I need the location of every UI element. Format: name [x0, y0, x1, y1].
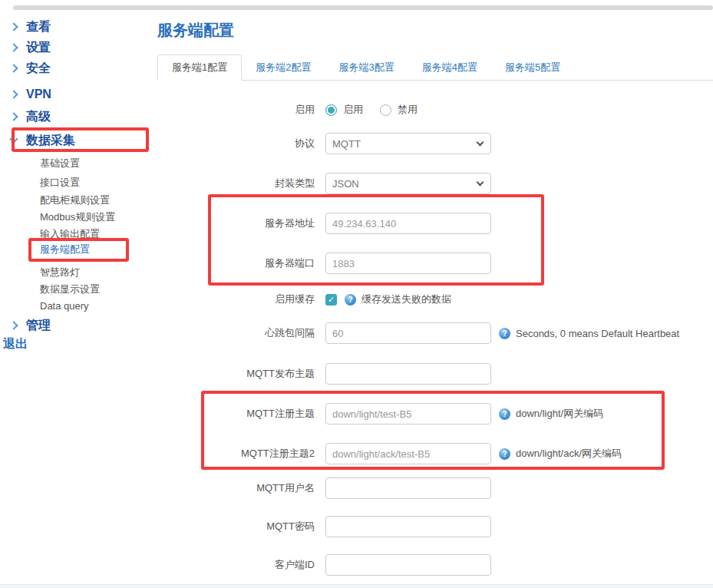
protocol-select[interactable]: MQTT	[325, 133, 491, 154]
sidebar-item-label: Modbus规则设置	[40, 210, 115, 224]
sidebar-item-label: 基础设置	[40, 157, 80, 170]
sidebar-item-view[interactable]: 查看	[11, 18, 51, 35]
sidebar-item-management[interactable]: 管理	[11, 317, 51, 334]
cache-checkbox[interactable]: ✓	[325, 294, 337, 306]
sidebar-item-interface-settings[interactable]: 接口设置	[40, 174, 80, 191]
tab-server3-config[interactable]: 服务端3配置	[325, 55, 408, 80]
form-row-publish-topic: MQTT发布主题	[157, 363, 491, 385]
sidebar-item-advanced[interactable]: 高级	[11, 108, 51, 125]
form-row-protocol: 协议 MQTT	[157, 133, 491, 154]
field-label: MQTT注册主题	[157, 407, 315, 421]
chevron-right-icon	[9, 43, 18, 51]
sidebar-item-vpn[interactable]: VPN	[11, 86, 51, 103]
page-title: 服务端配置	[157, 20, 234, 41]
sidebar-item-label: 设置	[26, 40, 51, 56]
enable-radio-group: 启用 禁用	[325, 103, 434, 117]
bottom-strip	[0, 584, 713, 588]
form-row-heartbeat: 心跳包间隔 ? Seconds, 0 means Default Heartbe…	[157, 322, 679, 344]
chevron-down-icon	[9, 134, 18, 143]
sidebar-item-logout[interactable]: 退出	[3, 335, 28, 352]
sidebar-item-label: 高级	[26, 109, 51, 125]
sidebar-item-data-collection[interactable]: 数据采集	[11, 132, 75, 149]
help-icon[interactable]: ?	[499, 408, 510, 420]
protocol-select-value: MQTT	[332, 138, 361, 150]
tab-server1-config[interactable]: 服务端1配置	[157, 55, 242, 81]
register-topic-help: ? down/light/网关编码	[499, 407, 603, 421]
help-icon[interactable]: ?	[499, 448, 510, 460]
radio-enable-on[interactable]	[325, 104, 337, 116]
server-port-input[interactable]	[325, 253, 491, 274]
form-row-password: MQTT密码	[157, 516, 491, 537]
sidebar-item-modbus-rules[interactable]: Modbus规则设置	[40, 209, 115, 226]
sidebar-item-data-query[interactable]: Data query	[40, 297, 89, 314]
field-label: MQTT密码	[157, 520, 315, 533]
tab-server4-config[interactable]: 服务端4配置	[408, 55, 491, 80]
mqtt-username-input[interactable]	[325, 477, 491, 499]
sidebar-item-io-config[interactable]: 输入输出配置	[40, 226, 100, 243]
radio-enable-off[interactable]	[380, 104, 391, 116]
form-row-encapsulation: 封装类型 JSON	[157, 173, 491, 194]
chevron-right-icon	[9, 112, 18, 121]
server-address-input[interactable]	[325, 213, 491, 234]
sidebar-item-settings[interactable]: 设置	[11, 39, 51, 56]
sidebar-item-label: 管理	[26, 318, 51, 334]
field-label: 心跳包间隔	[157, 326, 315, 340]
sidebar-item-smart-streetlight[interactable]: 智慧路灯	[40, 264, 80, 281]
sidebar-item-label: Data query	[40, 300, 89, 312]
check-icon: ✓	[328, 295, 335, 305]
register-topic-input[interactable]	[325, 403, 491, 424]
radio-label-enable: 启用	[343, 103, 363, 117]
client-id-input[interactable]	[325, 554, 491, 576]
field-label: 服务器端口	[157, 256, 315, 270]
chevron-right-icon	[9, 22, 18, 31]
sidebar-item-label: 配电柜规则设置	[40, 193, 110, 207]
help-text: down/light/网关编码	[516, 407, 603, 421]
field-label: 启用缓存	[157, 292, 315, 306]
mqtt-password-input[interactable]	[325, 516, 491, 537]
sidebar-item-label: 安全	[26, 61, 51, 77]
heartbeat-help: ? Seconds, 0 means Default Heartbeat	[499, 328, 679, 339]
publish-topic-input[interactable]	[325, 363, 491, 385]
radio-label-disable: 禁用	[398, 103, 418, 117]
field-label: MQTT发布主题	[157, 367, 315, 381]
tab-server2-config[interactable]: 服务端2配置	[242, 55, 325, 80]
sidebar-item-label: 查看	[26, 19, 51, 35]
sidebar-item-server-config[interactable]: 服务端配置	[40, 241, 90, 258]
form-row-register-topic2: MQTT注册主题2 ? down/light/ack/网关编码	[157, 443, 622, 464]
cache-help: ? 缓存发送失败的数据	[345, 292, 451, 306]
form-row-enable: 启用 启用 禁用	[157, 99, 434, 121]
help-icon[interactable]: ?	[499, 328, 510, 339]
heartbeat-input[interactable]	[325, 322, 491, 344]
help-icon[interactable]: ?	[345, 294, 356, 306]
sidebar-item-basic-settings[interactable]: 基础设置	[40, 155, 80, 172]
help-text: down/light/ack/网关编码	[516, 447, 622, 461]
chevron-right-icon	[9, 64, 18, 72]
field-label: 启用	[157, 103, 315, 117]
sidebar-item-label: 数据采集	[26, 133, 75, 149]
sidebar-item-label: VPN	[26, 88, 51, 101]
encapsulation-select[interactable]: JSON	[325, 173, 491, 194]
sidebar-item-label: 智慧路灯	[40, 266, 80, 279]
help-text: Seconds, 0 means Default Heartbeat	[516, 328, 679, 339]
chevron-right-icon	[9, 321, 18, 329]
register-topic2-help: ? down/light/ack/网关编码	[499, 447, 622, 461]
sidebar-item-label: 接口设置	[40, 176, 80, 190]
encapsulation-select-value: JSON	[332, 178, 359, 190]
field-label: MQTT注册主题2	[157, 447, 315, 461]
sidebar-item-label: 输入输出配置	[40, 227, 100, 241]
chevron-right-icon	[9, 90, 18, 98]
sidebar-item-label: 服务端配置	[40, 243, 90, 256]
field-label: 服务器地址	[157, 216, 315, 230]
dropdown-chevron-icon	[477, 179, 484, 187]
tab-server5-config[interactable]: 服务端5配置	[491, 55, 574, 80]
sidebar-item-data-display[interactable]: 数据显示设置	[40, 281, 100, 298]
tab-bar: 服务端1配置 服务端2配置 服务端3配置 服务端4配置 服务端5配置	[157, 55, 713, 81]
sidebar-item-label: 退出	[3, 336, 28, 352]
dropdown-chevron-icon	[477, 139, 484, 147]
field-label: MQTT用户名	[157, 481, 315, 495]
sidebar-item-cabinet-rules[interactable]: 配电柜规则设置	[40, 192, 110, 209]
register-topic2-input[interactable]	[325, 443, 491, 464]
sidebar-item-security[interactable]: 安全	[11, 60, 51, 77]
sidebar-item-label: 数据显示设置	[40, 282, 100, 296]
field-label: 封装类型	[157, 177, 315, 190]
